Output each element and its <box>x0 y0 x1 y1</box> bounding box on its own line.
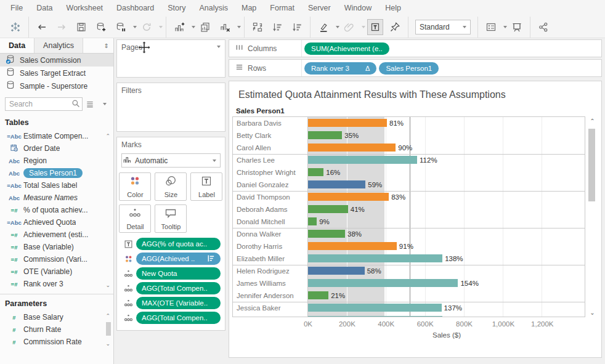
field-item[interactable]: =AbcAchieved Quota <box>0 216 113 229</box>
bar[interactable] <box>308 242 397 250</box>
field-item[interactable]: #Base Salary <box>0 311 113 323</box>
row-label[interactable]: Betty Clark <box>233 129 307 142</box>
row-label[interactable]: Charles Lee <box>233 154 307 166</box>
bar[interactable] <box>308 180 365 188</box>
bar[interactable] <box>308 291 328 299</box>
row-label[interactable]: Helen Rodriguez <box>233 265 307 277</box>
pages-shelf[interactable]: Pages <box>116 39 225 78</box>
scroll-down-icon[interactable]: ⌄ <box>587 309 598 316</box>
row-label[interactable]: David Thompson <box>233 191 307 203</box>
tab-data[interactable]: Data <box>0 38 35 53</box>
field-item[interactable]: =#Achievement (esti... <box>0 229 113 241</box>
scroll-up-icon[interactable]: ⌃ <box>587 118 598 124</box>
menu-item-help[interactable]: Help <box>378 0 408 17</box>
bar[interactable] <box>308 304 442 312</box>
bar[interactable] <box>308 217 317 225</box>
tableau-logo-button[interactable] <box>7 19 23 35</box>
menu-item-file[interactable]: File <box>4 0 30 17</box>
color-button[interactable]: Color <box>119 172 151 201</box>
menu-item-format[interactable]: Format <box>263 0 301 17</box>
row-label[interactable]: Daniel Gonzalez <box>233 179 307 191</box>
shelf-pill[interactable]: Rank over 3Δ <box>304 62 376 75</box>
shelf-pill[interactable]: Sales Person1 <box>379 62 439 75</box>
menu-item-server[interactable]: Server <box>301 0 338 17</box>
label-button[interactable]: Label <box>190 172 222 201</box>
show-mark-labels-button[interactable] <box>367 19 383 35</box>
chart-scrollbar[interactable]: ⌃ ⌄ <box>587 116 598 317</box>
menu-item-worksheet[interactable]: Worksheet <box>60 0 110 17</box>
field-item[interactable]: AbcRegion <box>0 155 113 167</box>
field-item[interactable]: =#OTE (Variable) <box>0 265 113 278</box>
menu-item-analysis[interactable]: Analysis <box>192 0 235 17</box>
presentation-mode-button[interactable] <box>509 19 525 35</box>
bar[interactable] <box>308 144 396 152</box>
bar[interactable] <box>308 119 387 127</box>
fields-scroll-up-icon[interactable]: ⌃ <box>105 133 110 139</box>
show-hide-cards-caret-icon[interactable] <box>503 26 507 28</box>
marks-pill[interactable]: AGG(Achieved .. <box>136 253 221 265</box>
field-item[interactable]: =AbcTotal Sales label <box>0 179 113 192</box>
field-item[interactable]: AbcMeasure Names <box>0 192 113 204</box>
marks-pill[interactable]: AGG(% of quota ac.. <box>136 238 221 250</box>
field-item[interactable]: =AbcEstimate Compen... <box>0 130 113 142</box>
sort-descending-button[interactable] <box>289 19 305 35</box>
row-label[interactable]: Deborah Adams <box>233 203 307 216</box>
rows-shelf[interactable]: Rows Rank over 3ΔSales Person1 <box>229 59 602 77</box>
mark-type-dropdown[interactable]: Automatic <box>121 153 221 168</box>
clear-sheet-caret-icon[interactable] <box>237 26 241 28</box>
field-item[interactable]: =#% of quota achiev... <box>0 204 113 216</box>
row-label[interactable] <box>233 314 307 318</box>
bar[interactable] <box>308 267 365 275</box>
marks-pill[interactable]: AGG(Total Compen.. <box>136 282 221 294</box>
fix-axes-button[interactable] <box>387 19 403 35</box>
fields-menu-caret[interactable] <box>97 97 110 111</box>
field-item[interactable]: =#Rank over 3 <box>0 278 113 290</box>
row-label[interactable]: Jessica Baker <box>233 302 307 314</box>
save-button[interactable] <box>73 19 89 35</box>
share-button[interactable] <box>535 19 551 35</box>
field-item[interactable]: AbcSales Person1 <box>0 167 113 179</box>
menu-item-dashboard[interactable]: Dashboard <box>110 0 161 17</box>
pause-auto-updates-caret-icon[interactable] <box>133 26 137 28</box>
menu-item-map[interactable]: Map <box>235 0 263 17</box>
row-label[interactable]: Elizabeth Miller <box>233 253 307 265</box>
new-data-source-button[interactable] <box>93 19 109 35</box>
new-worksheet-caret-icon[interactable] <box>192 26 195 28</box>
new-worksheet-button[interactable] <box>171 19 187 35</box>
clear-sheet-button[interactable] <box>217 19 233 35</box>
bar[interactable] <box>308 131 342 139</box>
row-label[interactable]: Carol Allen <box>233 142 307 154</box>
pause-auto-updates-button[interactable] <box>113 19 129 35</box>
redo-arrow-button[interactable] <box>54 19 70 35</box>
tab-analytics[interactable]: Analytics <box>35 38 83 53</box>
datasource-item[interactable]: Sales Target Extract <box>0 67 113 79</box>
run-auto-updates-caret-icon[interactable] <box>159 26 163 28</box>
row-label[interactable]: Donna Walker <box>233 228 307 240</box>
fit-selector-dropdown[interactable]: Standard <box>415 20 471 34</box>
row-label[interactable]: Jennifer Anderson <box>233 289 307 302</box>
params-scroll-down-icon[interactable]: ⌄ <box>105 341 110 347</box>
marks-pill[interactable]: New Quota <box>136 267 221 280</box>
filters-shelf[interactable]: Filters <box>116 83 225 132</box>
field-item[interactable]: #Commission Rate <box>0 336 113 348</box>
tooltip-button[interactable]: Tooltip <box>155 204 187 233</box>
bar[interactable] <box>308 230 345 238</box>
scroll-thumb[interactable] <box>588 129 595 201</box>
bar[interactable] <box>308 156 417 164</box>
row-label[interactable]: Barbara Davis <box>233 117 307 129</box>
params-scroll-thumb[interactable] <box>106 322 111 336</box>
duplicate-sheet-button[interactable] <box>197 19 213 35</box>
marks-pill[interactable]: MAX(OTE (Variable.. <box>136 297 221 309</box>
detail-button[interactable]: Detail <box>119 204 151 233</box>
datasource-item[interactable]: Sample - Superstore <box>0 79 113 92</box>
bar[interactable] <box>308 168 323 176</box>
bar[interactable] <box>308 205 348 213</box>
menu-item-window[interactable]: Window <box>338 0 378 17</box>
columns-shelf[interactable]: Columns SUM(Achievement (e.. <box>229 39 602 57</box>
tab-sort-icon[interactable]: ⇕ <box>100 38 113 53</box>
highlight-button[interactable] <box>315 19 331 35</box>
bar[interactable] <box>308 254 442 262</box>
run-auto-updates-button[interactable] <box>139 19 155 35</box>
marks-pill[interactable]: AGG(Total Compen.. <box>136 312 221 324</box>
view-as-grid-icon[interactable] <box>83 97 97 111</box>
